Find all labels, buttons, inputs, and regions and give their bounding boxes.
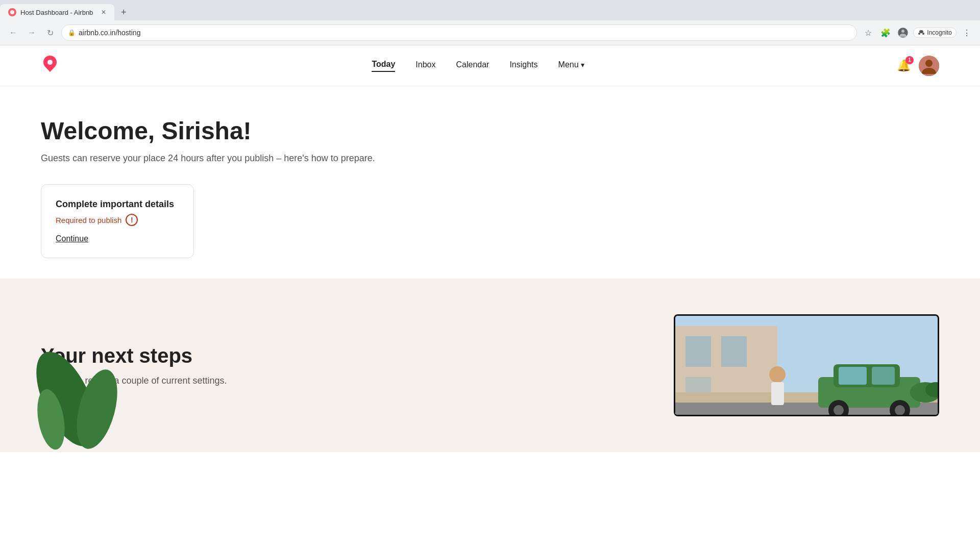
back-button[interactable]: ← xyxy=(6,26,20,40)
svg-rect-25 xyxy=(872,367,895,385)
browser-menu-icon[interactable]: ⋮ xyxy=(960,26,974,40)
svg-rect-13 xyxy=(685,336,711,367)
leaves-decoration xyxy=(26,317,138,452)
complete-details-card: Complete important details Required to p… xyxy=(41,184,194,258)
svg-rect-24 xyxy=(839,367,867,385)
video-panel xyxy=(674,314,939,416)
forward-button[interactable]: → xyxy=(24,26,39,40)
tab-close-button[interactable]: ✕ xyxy=(101,9,106,16)
svg-point-26 xyxy=(769,366,786,383)
svg-point-23 xyxy=(895,405,905,415)
welcome-section: Welcome, Sirisha! Guests can reserve you… xyxy=(0,86,980,279)
svg-point-21 xyxy=(834,405,844,415)
url-text: airbnb.co.in/hosting xyxy=(79,29,140,37)
incognito-label: Incognito xyxy=(927,29,952,36)
lock-icon: 🔒 xyxy=(68,29,76,36)
card-required-row: Required to publish ! xyxy=(56,214,179,226)
svg-point-5 xyxy=(922,33,924,35)
browser-chrome: Host Dashboard - Airbnb ✕ + ← → ↻ 🔒 airb… xyxy=(0,0,980,45)
tab-bar: Host Dashboard - Airbnb ✕ + xyxy=(0,0,980,20)
tab-title: Host Dashboard - Airbnb xyxy=(20,9,93,16)
svg-point-2 xyxy=(901,30,904,33)
svg-point-4 xyxy=(918,33,920,35)
notification-button[interactable]: 🔔 1 xyxy=(897,59,911,72)
airbnb-logo[interactable] xyxy=(41,55,59,77)
tab-favicon xyxy=(8,8,16,16)
avatar[interactable] xyxy=(919,56,939,76)
warning-icon: ! xyxy=(126,214,138,226)
nav-menu[interactable]: Menu ▾ xyxy=(558,60,584,71)
reload-button[interactable]: ↻ xyxy=(43,26,57,40)
svg-point-0 xyxy=(10,10,14,14)
browser-toolbar: ← → ↻ 🔒 airbnb.co.in/hosting ☆ 🧩 Incogni… xyxy=(0,20,980,45)
welcome-subtitle: Guests can reserve your place 24 hours a… xyxy=(41,153,939,164)
nav-insights[interactable]: Insights xyxy=(509,60,537,71)
toolbar-actions: ☆ 🧩 Incognito ⋮ xyxy=(861,26,974,40)
svg-rect-14 xyxy=(721,336,747,367)
notification-badge: 1 xyxy=(905,56,914,64)
app-header: Today Inbox Calendar Insights Menu ▾ 🔔 1 xyxy=(0,45,980,86)
nav-inbox[interactable]: Inbox xyxy=(415,60,435,71)
welcome-heading: Welcome, Sirisha! xyxy=(41,117,939,145)
nav-right: 🔔 1 xyxy=(897,56,939,76)
extensions-icon[interactable]: 🧩 xyxy=(878,26,893,40)
required-to-publish-label: Required to publish xyxy=(56,216,121,224)
svg-rect-27 xyxy=(771,382,784,405)
nav-calendar[interactable]: Calendar xyxy=(456,60,489,71)
main-nav: Today Inbox Calendar Insights Menu ▾ xyxy=(372,60,584,72)
incognito-badge: Incognito xyxy=(913,28,957,38)
video-illustration xyxy=(675,316,938,415)
next-steps-section: Your next steps It's time to review a co… xyxy=(0,279,980,452)
main-content: Welcome, Sirisha! Guests can reserve you… xyxy=(0,86,980,452)
chevron-down-icon: ▾ xyxy=(581,61,584,69)
svg-point-7 xyxy=(925,60,933,67)
active-tab[interactable]: Host Dashboard - Airbnb ✕ xyxy=(0,4,114,20)
address-bar[interactable]: 🔒 airbnb.co.in/hosting xyxy=(61,24,857,41)
bookmark-icon[interactable]: ☆ xyxy=(861,26,875,40)
nav-today[interactable]: Today xyxy=(372,60,395,72)
profile-icon[interactable] xyxy=(896,26,910,40)
continue-link[interactable]: Continue xyxy=(56,234,88,243)
card-title: Complete important details xyxy=(56,199,179,210)
svg-point-3 xyxy=(919,30,923,33)
new-tab-button[interactable]: + xyxy=(116,5,131,19)
